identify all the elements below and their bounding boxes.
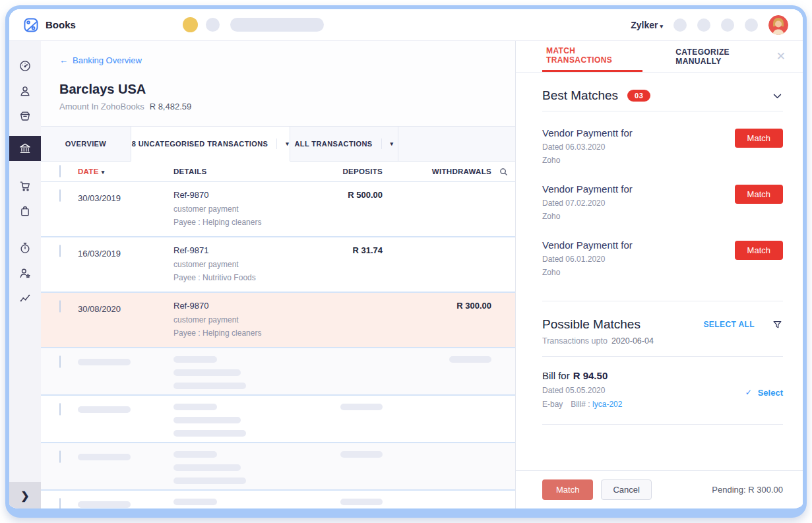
back-to-banking-overview-link[interactable]: ←Banking Overview [59, 55, 142, 65]
sidebar-item-sales[interactable] [9, 174, 41, 198]
chevron-right-icon: ❯ [20, 489, 29, 502]
sort-caret-icon: ▾ [102, 169, 105, 175]
close-icon[interactable]: ✕ [776, 51, 786, 62]
possible-matches-title: Possible Matches [542, 317, 640, 332]
footer-cancel-button[interactable]: Cancel [601, 479, 651, 500]
app-window: Books Zylker▾ [5, 5, 807, 518]
match-panel: MATCH TRANSACTIONS CATEGORIZE MANUALLY ✕… [515, 41, 803, 508]
tab-uncategorised-transactions[interactable]: 8 UNCATEGORISED TRANSACTIONS▾ [131, 127, 290, 162]
subtitle-date: 2020-06-04 [611, 336, 654, 346]
table-row[interactable]: 16/03/2019 Ref-9871 customer payment Pay… [41, 237, 515, 293]
column-header-date[interactable]: DATE▾ [78, 168, 173, 175]
pending-value: R 300.00 [748, 485, 783, 495]
sidebar-item-time-tracking[interactable] [9, 236, 41, 260]
chevron-down-icon: ▾ [660, 23, 663, 30]
sidebar-item-items[interactable] [9, 104, 41, 128]
row-checkbox[interactable] [59, 189, 61, 202]
reports-trend-icon [18, 292, 32, 305]
search-icon [499, 167, 509, 177]
bill-number-label: Bill# : [571, 400, 590, 409]
tab-label: 8 UNCATEGORISED TRANSACTIONS [132, 140, 268, 148]
org-switcher[interactable]: Zylker▾ [631, 20, 663, 30]
match-item-title[interactable]: Vendor Paymentt for [542, 239, 633, 251]
topbar-icon-button-2[interactable] [697, 18, 710, 32]
topbar-icon-button-1[interactable] [673, 18, 687, 32]
topbar-icon-button-3[interactable] [721, 18, 734, 32]
sidebar-item-dashboard[interactable] [9, 54, 41, 78]
match-item: Vendor Paymentt for Dated 06.01.2020 Zoh… [542, 239, 783, 281]
tab-label: OVERVIEW [65, 140, 106, 148]
match-button[interactable]: Match [735, 185, 783, 204]
row-checkbox[interactable] [59, 300, 61, 313]
header-label: DATE [78, 168, 99, 175]
cell-date: 30/03/2019 [78, 190, 173, 231]
collapse-section-button[interactable] [772, 90, 783, 102]
chevron-down-icon[interactable]: ▾ [381, 138, 394, 149]
tabs-filler [398, 127, 515, 162]
select-label: Select [758, 388, 783, 398]
match-item-title[interactable]: Vendor Paymentt for [542, 183, 633, 195]
row-checkbox[interactable] [59, 450, 61, 463]
topbar-circle-button[interactable] [206, 18, 220, 32]
topbar-center [183, 17, 324, 32]
table-row[interactable]: 30/03/2019 Ref-9870 customer payment Pay… [41, 182, 515, 237]
panel-footer: Match Cancel Pending: R 300.00 [516, 470, 803, 508]
tab-all-transactions[interactable]: ALL TRANSACTIONS▾ [290, 127, 398, 162]
match-button[interactable]: Match [735, 241, 783, 260]
table-search-button[interactable] [491, 167, 515, 177]
row-checkbox[interactable] [59, 498, 61, 508]
match-button[interactable]: Match [735, 129, 783, 148]
chevron-down-icon[interactable]: ▾ [276, 138, 289, 149]
avatar[interactable] [768, 15, 788, 35]
divider [542, 424, 783, 425]
cell-deposit: R 500.00 [303, 190, 383, 231]
table-row-loading [41, 348, 515, 396]
tab-overview[interactable]: OVERVIEW [41, 127, 131, 162]
sidebar-item-reports[interactable] [9, 286, 41, 310]
possible-matches-subtitle: Transactions upto2020-06-04 [542, 336, 783, 346]
sidebar-item-contacts[interactable] [9, 79, 41, 103]
select-all-link[interactable]: SELECT ALL [703, 320, 755, 329]
dashboard-icon [18, 59, 32, 73]
filter-funnel-icon [772, 319, 783, 330]
transaction-payee: Payee : Helping cleaners [173, 218, 303, 227]
avatar-image [768, 15, 788, 35]
match-item-date: Dated 06.03.2020 [542, 142, 633, 152]
balance-value: R 8,482.59 [150, 102, 192, 111]
footer-match-button[interactable]: Match [542, 479, 593, 500]
cell-date: 16/03/2019 [78, 245, 173, 286]
select-all-checkbox[interactable] [59, 165, 61, 177]
row-checkbox[interactable] [59, 245, 61, 257]
match-item-title[interactable]: Vendor Paymentt for [542, 127, 633, 138]
cell-withdrawal: R 300.00 [383, 301, 491, 342]
match-item-date: Dated 07.02.2020 [542, 199, 633, 208]
filter-button[interactable] [772, 319, 783, 330]
select-bill-button[interactable]: ✓ Select [745, 371, 783, 414]
sidebar-expand-button[interactable]: ❯ [9, 482, 41, 508]
table-row-selected[interactable]: 30/08/2020 Ref-9870 customer payment Pay… [41, 293, 515, 348]
topbar-right: Zylker▾ [631, 15, 788, 35]
bill-date: Dated 05.05.2020 [542, 386, 622, 395]
match-item-vendor: Zoho [542, 156, 633, 165]
row-checkbox[interactable] [59, 403, 61, 415]
cell-deposit: R 31.74 [303, 245, 383, 286]
subtitle-label: Transactions upto [542, 336, 608, 346]
transactions-table: 30/03/2019 Ref-9870 customer payment Pay… [41, 182, 515, 508]
search-bar-placeholder[interactable] [230, 18, 324, 32]
tab-match-transactions[interactable]: MATCH TRANSACTIONS [542, 41, 642, 72]
back-arrow-icon: ← [59, 55, 68, 65]
best-matches-list: Vendor Paymentt for Dated 06.03.2020 Zoh… [542, 111, 783, 295]
row-checkbox[interactable] [59, 355, 61, 368]
notification-dot[interactable] [183, 17, 198, 32]
sidebar-item-banking[interactable] [9, 136, 41, 161]
back-link-label: Banking Overview [73, 55, 142, 65]
sidebar-item-purchases[interactable] [9, 199, 41, 223]
app-logo[interactable]: Books [22, 16, 76, 34]
tab-categorize-manually[interactable]: CATEGORIZE MANUALLY [671, 41, 776, 72]
sidebar-item-accountant[interactable] [9, 261, 41, 285]
topbar-icon-button-4[interactable] [745, 18, 758, 32]
bill-title[interactable]: Bill forR 94.50 [542, 370, 622, 381]
bill-number-link[interactable]: lyca-202 [592, 400, 622, 409]
books-logo-icon [22, 16, 40, 34]
transaction-ref: Ref-9871 [173, 245, 303, 255]
